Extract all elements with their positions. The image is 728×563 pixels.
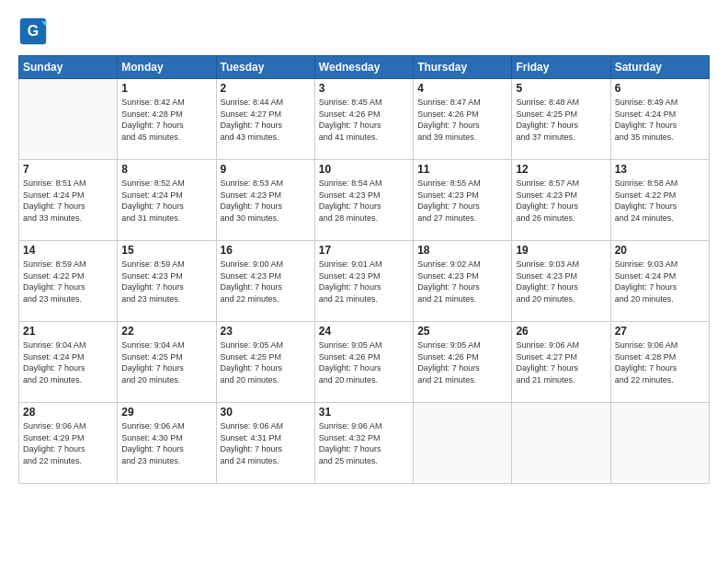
week-row-3: 14Sunrise: 8:59 AMSunset: 4:22 PMDayligh… [19, 241, 710, 322]
logo: G [18, 17, 51, 46]
day-number: 17 [319, 244, 409, 257]
day-number: 4 [417, 82, 507, 95]
day-number: 22 [121, 325, 211, 338]
calendar-cell: 15Sunrise: 8:59 AMSunset: 4:23 PMDayligh… [118, 241, 216, 322]
weekday-header-monday: Monday [118, 56, 216, 79]
day-number: 12 [516, 163, 606, 176]
calendar-cell: 12Sunrise: 8:57 AMSunset: 4:23 PMDayligh… [512, 160, 610, 241]
day-number: 2 [221, 82, 311, 95]
calendar-cell: 1Sunrise: 8:42 AMSunset: 4:28 PMDaylight… [118, 79, 216, 160]
weekday-header-tuesday: Tuesday [216, 56, 314, 79]
calendar-cell: 24Sunrise: 9:05 AMSunset: 4:26 PMDayligh… [314, 322, 413, 403]
day-number: 14 [23, 244, 113, 257]
week-row-2: 7Sunrise: 8:51 AMSunset: 4:24 PMDaylight… [19, 160, 710, 241]
calendar-cell: 19Sunrise: 9:03 AMSunset: 4:23 PMDayligh… [512, 241, 610, 322]
day-info: Sunrise: 9:06 AMSunset: 4:27 PMDaylight:… [516, 339, 606, 385]
day-info: Sunrise: 9:05 AMSunset: 4:25 PMDaylight:… [221, 339, 311, 385]
day-info: Sunrise: 9:03 AMSunset: 4:24 PMDaylight:… [615, 259, 705, 304]
day-info: Sunrise: 9:02 AMSunset: 4:23 PMDaylight:… [417, 259, 507, 304]
page: G SundayMondayTuesdayWednesdayThursdayFr… [0, 0, 728, 563]
day-number: 5 [516, 82, 606, 95]
day-number: 30 [221, 406, 311, 419]
day-number: 21 [23, 325, 113, 338]
calendar-cell: 6Sunrise: 8:49 AMSunset: 4:24 PMDaylight… [610, 79, 709, 160]
day-info: Sunrise: 8:53 AMSunset: 4:23 PMDaylight:… [221, 178, 311, 224]
calendar-cell: 8Sunrise: 8:52 AMSunset: 4:24 PMDaylight… [118, 160, 216, 241]
day-number: 3 [319, 82, 409, 95]
day-number: 9 [221, 163, 311, 176]
weekday-header-friday: Friday [512, 56, 610, 79]
day-info: Sunrise: 9:01 AMSunset: 4:23 PMDaylight:… [319, 259, 409, 304]
calendar-cell: 16Sunrise: 9:00 AMSunset: 4:23 PMDayligh… [216, 241, 314, 322]
calendar-cell: 10Sunrise: 8:54 AMSunset: 4:23 PMDayligh… [314, 160, 413, 241]
day-number: 19 [516, 244, 606, 257]
day-info: Sunrise: 8:52 AMSunset: 4:24 PMDaylight:… [121, 178, 211, 224]
week-row-1: 1Sunrise: 8:42 AMSunset: 4:28 PMDaylight… [19, 79, 710, 160]
day-number: 13 [615, 163, 705, 176]
day-number: 7 [23, 163, 113, 176]
calendar-cell: 26Sunrise: 9:06 AMSunset: 4:27 PMDayligh… [512, 322, 610, 403]
calendar-cell: 7Sunrise: 8:51 AMSunset: 4:24 PMDaylight… [19, 160, 118, 241]
day-info: Sunrise: 8:45 AMSunset: 4:26 PMDaylight:… [319, 97, 409, 143]
calendar-cell [414, 403, 512, 484]
week-row-5: 28Sunrise: 9:06 AMSunset: 4:29 PMDayligh… [19, 403, 710, 484]
calendar-cell: 25Sunrise: 9:05 AMSunset: 4:26 PMDayligh… [414, 322, 512, 403]
calendar-cell: 13Sunrise: 8:58 AMSunset: 4:22 PMDayligh… [610, 160, 709, 241]
weekday-header-row: SundayMondayTuesdayWednesdayThursdayFrid… [19, 56, 710, 79]
calendar-cell: 9Sunrise: 8:53 AMSunset: 4:23 PMDaylight… [216, 160, 314, 241]
day-number: 28 [23, 406, 113, 419]
day-info: Sunrise: 8:47 AMSunset: 4:26 PMDaylight:… [417, 97, 507, 143]
calendar-cell: 21Sunrise: 9:04 AMSunset: 4:24 PMDayligh… [19, 322, 118, 403]
day-info: Sunrise: 8:55 AMSunset: 4:23 PMDaylight:… [417, 178, 507, 224]
day-number: 16 [221, 244, 311, 257]
calendar-cell: 27Sunrise: 9:06 AMSunset: 4:28 PMDayligh… [610, 322, 709, 403]
calendar-cell [610, 403, 709, 484]
calendar-table: SundayMondayTuesdayWednesdayThursdayFrid… [18, 55, 710, 484]
day-number: 29 [121, 406, 211, 419]
svg-text:G: G [28, 23, 39, 39]
day-info: Sunrise: 8:57 AMSunset: 4:23 PMDaylight:… [516, 178, 606, 224]
day-info: Sunrise: 8:58 AMSunset: 4:22 PMDaylight:… [615, 178, 705, 224]
day-info: Sunrise: 8:51 AMSunset: 4:24 PMDaylight:… [23, 178, 113, 224]
day-info: Sunrise: 9:06 AMSunset: 4:29 PMDaylight:… [23, 420, 113, 466]
day-number: 24 [319, 325, 409, 338]
calendar-cell: 11Sunrise: 8:55 AMSunset: 4:23 PMDayligh… [414, 160, 512, 241]
day-info: Sunrise: 9:04 AMSunset: 4:25 PMDaylight:… [121, 339, 211, 385]
day-info: Sunrise: 9:04 AMSunset: 4:24 PMDaylight:… [23, 339, 113, 385]
day-info: Sunrise: 8:54 AMSunset: 4:23 PMDaylight:… [319, 178, 409, 224]
day-number: 8 [121, 163, 211, 176]
day-info: Sunrise: 9:06 AMSunset: 4:31 PMDaylight:… [221, 420, 311, 466]
day-info: Sunrise: 8:48 AMSunset: 4:25 PMDaylight:… [516, 97, 606, 143]
day-info: Sunrise: 9:05 AMSunset: 4:26 PMDaylight:… [319, 339, 409, 385]
calendar-cell: 20Sunrise: 9:03 AMSunset: 4:24 PMDayligh… [610, 241, 709, 322]
day-number: 26 [516, 325, 606, 338]
week-row-4: 21Sunrise: 9:04 AMSunset: 4:24 PMDayligh… [19, 322, 710, 403]
calendar-cell: 2Sunrise: 8:44 AMSunset: 4:27 PMDaylight… [216, 79, 314, 160]
weekday-header-wednesday: Wednesday [314, 56, 413, 79]
day-info: Sunrise: 8:44 AMSunset: 4:27 PMDaylight:… [221, 97, 311, 143]
day-number: 20 [615, 244, 705, 257]
logo-icon: G [18, 17, 48, 46]
calendar-cell: 18Sunrise: 9:02 AMSunset: 4:23 PMDayligh… [414, 241, 512, 322]
day-info: Sunrise: 9:06 AMSunset: 4:30 PMDaylight:… [121, 420, 211, 466]
calendar-cell: 4Sunrise: 8:47 AMSunset: 4:26 PMDaylight… [414, 79, 512, 160]
day-info: Sunrise: 9:00 AMSunset: 4:23 PMDaylight:… [221, 259, 311, 304]
day-info: Sunrise: 9:05 AMSunset: 4:26 PMDaylight:… [417, 339, 507, 385]
calendar-cell: 23Sunrise: 9:05 AMSunset: 4:25 PMDayligh… [216, 322, 314, 403]
day-info: Sunrise: 9:03 AMSunset: 4:23 PMDaylight:… [516, 259, 606, 304]
day-info: Sunrise: 8:59 AMSunset: 4:22 PMDaylight:… [23, 259, 113, 304]
day-number: 11 [417, 163, 507, 176]
calendar-cell: 5Sunrise: 8:48 AMSunset: 4:25 PMDaylight… [512, 79, 610, 160]
day-info: Sunrise: 8:59 AMSunset: 4:23 PMDaylight:… [121, 259, 211, 304]
day-number: 23 [221, 325, 311, 338]
calendar-cell [19, 79, 118, 160]
day-number: 6 [615, 82, 705, 95]
day-info: Sunrise: 9:06 AMSunset: 4:32 PMDaylight:… [319, 420, 409, 466]
day-info: Sunrise: 9:06 AMSunset: 4:28 PMDaylight:… [615, 339, 705, 385]
day-number: 10 [319, 163, 409, 176]
calendar-cell: 30Sunrise: 9:06 AMSunset: 4:31 PMDayligh… [216, 403, 314, 484]
day-info: Sunrise: 8:49 AMSunset: 4:24 PMDaylight:… [615, 97, 705, 143]
calendar-cell: 17Sunrise: 9:01 AMSunset: 4:23 PMDayligh… [314, 241, 413, 322]
calendar-cell: 29Sunrise: 9:06 AMSunset: 4:30 PMDayligh… [118, 403, 216, 484]
day-number: 31 [319, 406, 409, 419]
